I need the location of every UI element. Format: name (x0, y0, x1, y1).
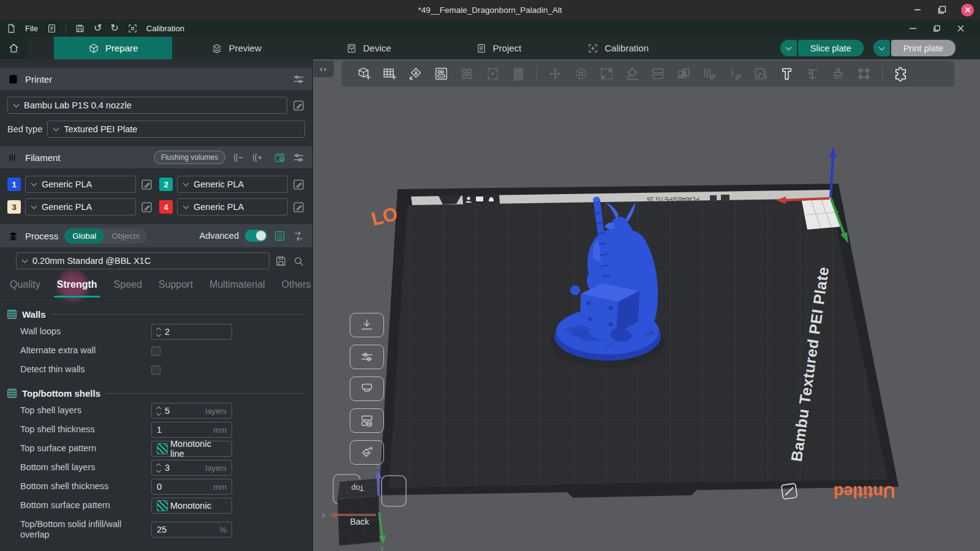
flatten-icon[interactable] (625, 66, 640, 81)
color-painting-icon[interactable] (753, 66, 769, 81)
print-dropdown[interactable] (873, 40, 890, 56)
measure-icon[interactable] (805, 66, 820, 81)
split-to-parts-icon[interactable] (485, 66, 500, 81)
os-minimize-button[interactable] (912, 4, 923, 15)
os-close-button[interactable] (961, 4, 974, 17)
stepper-icon[interactable] (157, 407, 160, 415)
bed-type-select[interactable]: Textured PEI Plate (47, 121, 305, 138)
undo-icon[interactable]: ↺ (94, 23, 102, 33)
process-tab-quality[interactable]: Quality (10, 279, 40, 290)
filament-2-select[interactable]: Generic PLA (177, 176, 288, 193)
drop-to-bed-button[interactable] (350, 313, 384, 337)
fuzzy-skin-icon[interactable] (856, 66, 872, 81)
filament-1-select[interactable]: Generic PLA (25, 176, 136, 193)
alternate-extra-wall-checkbox[interactable] (151, 347, 160, 356)
tab-preview[interactable]: Preview (190, 37, 282, 59)
add-filament-icon[interactable] (251, 151, 263, 164)
cut-icon[interactable] (650, 66, 666, 81)
mesh-boolean-icon[interactable] (676, 66, 692, 81)
advanced-toggle[interactable] (245, 230, 267, 242)
filament-1-color[interactable]: 1 (7, 178, 21, 191)
solid-infill-overlap-input[interactable]: 25 % (151, 522, 232, 538)
filament-2-color[interactable]: 2 (159, 178, 173, 191)
top-surface-pattern-select[interactable]: Monotonic line (151, 441, 232, 457)
process-tab-support[interactable]: Support (159, 279, 193, 290)
detect-thin-walls-checkbox[interactable] (151, 365, 160, 375)
filament-4-select[interactable]: Generic PLA (177, 198, 288, 216)
new-file-icon[interactable] (6, 23, 17, 34)
printer-preset-select[interactable]: Bambu Lab P1S 0.4 nozzle (7, 97, 287, 114)
split-to-objects-icon[interactable] (459, 66, 475, 81)
adjust-settings-button[interactable] (350, 345, 384, 369)
tab-calibration[interactable]: Calibration (567, 37, 669, 59)
remove-filament-icon[interactable] (232, 151, 244, 164)
app-minimize-button[interactable] (908, 24, 918, 33)
edit-printer-icon[interactable] (292, 99, 305, 112)
notes-icon[interactable] (47, 23, 57, 34)
bottom-shell-layers-input[interactable]: 3 layers (151, 460, 232, 476)
slice-plate-label[interactable]: Slice plate (798, 40, 864, 56)
assembly-view-icon[interactable] (511, 66, 526, 81)
auto-arrange-icon[interactable] (434, 66, 449, 81)
save-preset-icon[interactable] (274, 255, 287, 268)
process-tab-strength[interactable]: Strength (57, 279, 97, 290)
global-segment[interactable]: Global (64, 228, 104, 244)
add-plate-icon[interactable] (382, 66, 398, 81)
layout-arrange-button[interactable] (350, 408, 384, 433)
rotate-icon[interactable] (573, 66, 589, 81)
plugin-icon[interactable] (893, 66, 908, 81)
emboss-icon[interactable] (831, 66, 846, 81)
top-shell-layers-input[interactable]: 5 layers (151, 403, 232, 419)
plate-tray-button[interactable] (350, 377, 384, 401)
calibration-icon[interactable] (127, 23, 138, 34)
flushing-volumes-button[interactable]: Flushing volumes (154, 151, 225, 164)
slice-plate-button[interactable]: Slice plate (780, 40, 864, 56)
move-icon[interactable] (548, 66, 563, 81)
os-maximize-button[interactable] (937, 4, 948, 15)
tab-project[interactable]: Project (455, 37, 543, 59)
compare-presets-icon[interactable] (292, 230, 305, 242)
top-shell-thickness-input[interactable]: 1 mm (151, 422, 232, 438)
redo-icon[interactable]: ↻ (110, 23, 118, 33)
process-tab-others[interactable]: Others (282, 279, 311, 290)
viewport-3d[interactable]: PLA/ABS/PETG 16 LO Bambu Textured PEI Pl… (313, 59, 980, 551)
printer-settings-icon[interactable] (292, 73, 305, 86)
stepper-icon[interactable] (157, 464, 160, 472)
ams-sync-icon[interactable] (273, 151, 286, 164)
tab-prepare[interactable]: Prepare (54, 37, 172, 59)
tab-device[interactable]: Device (325, 37, 412, 59)
support-painting-icon[interactable] (702, 66, 717, 81)
edit-filament-3-icon[interactable] (140, 201, 153, 214)
orient-view-button[interactable] (350, 440, 384, 465)
text-tool-icon[interactable] (779, 66, 794, 81)
edit-filament-1-icon[interactable] (140, 178, 153, 191)
stepper-icon[interactable] (157, 328, 160, 336)
global-objects-switch[interactable]: Global Objects (64, 228, 147, 244)
app-close-button[interactable] (956, 24, 965, 33)
process-preset-select[interactable]: 0.20mm Standard @BBL X1C (16, 252, 270, 269)
objects-segment[interactable]: Objects (104, 231, 147, 241)
process-tab-multimaterial[interactable]: Multimaterial (209, 279, 265, 290)
seam-painting-icon[interactable] (728, 66, 743, 81)
home-button[interactable] (0, 37, 27, 59)
process-list-icon[interactable] (273, 230, 286, 242)
bottom-shell-thickness-input[interactable]: 0 mm (151, 479, 232, 495)
sidebar-collapse-handle[interactable]: ‹› (314, 61, 334, 77)
file-menu[interactable]: File (25, 24, 38, 33)
process-tab-speed[interactable]: Speed (114, 279, 142, 290)
wall-loops-input[interactable]: 2 (151, 324, 232, 340)
filament-4-color[interactable]: 4 (159, 200, 173, 214)
slice-dropdown[interactable] (780, 40, 797, 56)
calibration-menu[interactable]: Calibration (146, 24, 184, 33)
bottom-surface-pattern-select[interactable]: Monotonic (151, 498, 232, 514)
auto-orient-icon[interactable] (408, 66, 423, 81)
add-object-icon[interactable] (356, 66, 372, 81)
print-plate-label[interactable]: Print plate (891, 40, 956, 56)
scale-icon[interactable] (599, 66, 614, 81)
filament-3-color[interactable]: 3 (7, 200, 21, 214)
edit-filament-4-icon[interactable] (292, 201, 305, 214)
filament-3-select[interactable]: Generic PLA (25, 198, 136, 216)
print-plate-button[interactable]: Print plate (873, 40, 956, 56)
app-restore-button[interactable] (932, 24, 941, 33)
filament-settings-icon[interactable] (292, 151, 305, 164)
